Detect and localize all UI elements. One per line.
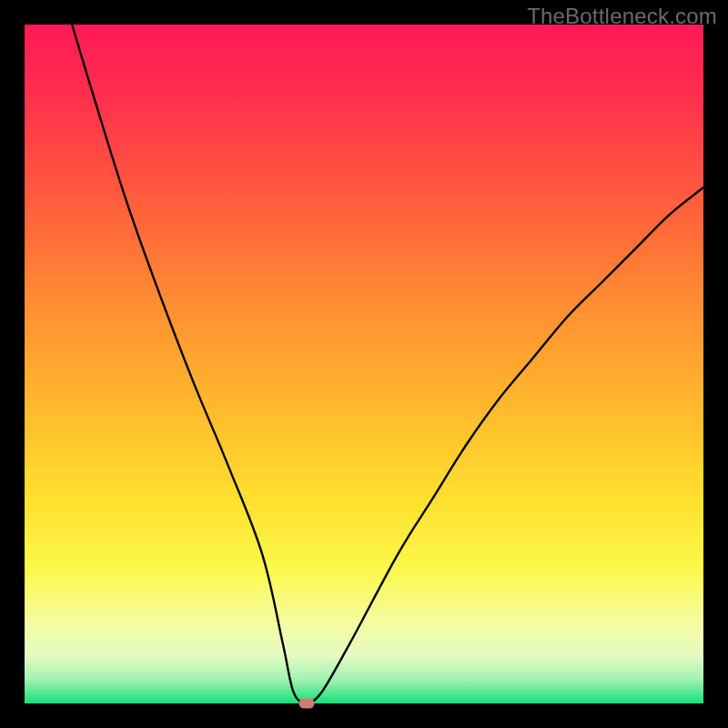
watermark-text: TheBottleneck.com — [527, 4, 717, 29]
bottleneck-chart — [25, 25, 703, 703]
chart-frame — [25, 25, 703, 703]
optimal-point-marker — [298, 699, 314, 709]
gradient-background — [25, 25, 703, 703]
